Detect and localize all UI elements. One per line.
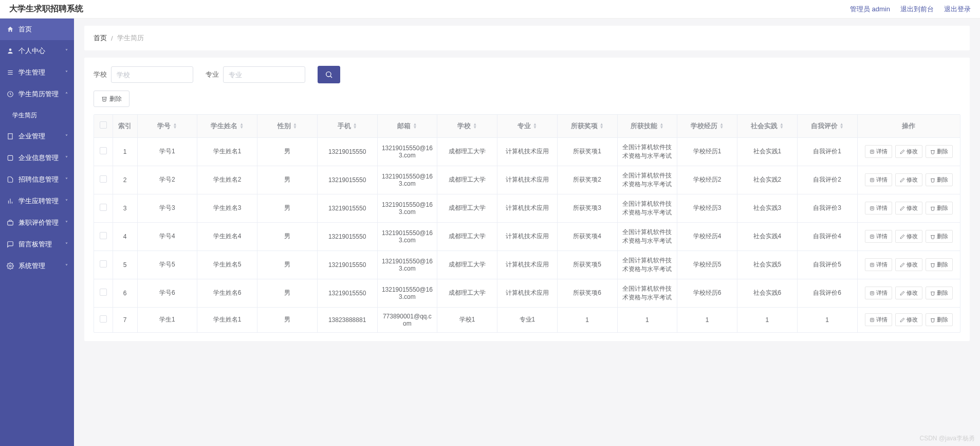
sidebar-item[interactable]: 首页 xyxy=(0,19,74,40)
logout-link[interactable]: 退出登录 xyxy=(944,5,971,14)
chevron-down-icon: ˅ xyxy=(65,199,68,204)
cell-name: 学生姓名2 xyxy=(197,166,257,194)
edit-button[interactable]: 修改 xyxy=(895,287,922,299)
column-header[interactable]: 专业▲▼ xyxy=(497,115,558,137)
sidebar-subitem[interactable]: 学生简历 xyxy=(0,105,74,126)
column-header[interactable]: 手机▲▼ xyxy=(317,115,377,137)
row-checkbox[interactable] xyxy=(100,260,107,267)
sort-icon[interactable]: ▲▼ xyxy=(293,123,297,129)
sort-icon[interactable]: ▲▼ xyxy=(239,123,244,129)
sort-icon[interactable]: ▲▼ xyxy=(719,123,724,129)
sidebar-item-label: 企业信息管理 xyxy=(19,153,65,163)
sort-icon[interactable]: ▲▼ xyxy=(533,123,537,129)
detail-button[interactable]: 详情 xyxy=(865,230,892,243)
column-header[interactable]: 自我评价▲▼ xyxy=(797,115,857,137)
column-header[interactable]: 学生姓名▲▼ xyxy=(197,115,257,137)
admin-link[interactable]: 管理员 admin xyxy=(850,5,890,14)
sort-icon[interactable]: ▲▼ xyxy=(413,123,417,129)
column-header[interactable]: 邮箱▲▼ xyxy=(377,115,437,137)
cell-phone: 13219015550 xyxy=(317,194,377,222)
svg-point-0 xyxy=(9,48,12,51)
delete-button[interactable]: 删除 xyxy=(926,145,953,158)
row-checkbox[interactable] xyxy=(100,147,107,154)
cell-award: 所获奖项1 xyxy=(557,137,617,166)
sidebar-item-label: 学生简历管理 xyxy=(19,90,65,99)
edit-button[interactable]: 修改 xyxy=(895,258,922,271)
chevron-down-icon: ˅ xyxy=(65,263,68,269)
sidebar-item[interactable]: 学生应聘管理˅ xyxy=(0,190,74,212)
column-header[interactable]: 学校▲▼ xyxy=(437,115,497,137)
table-body: 1 学号1 学生姓名1 男 13219015550 13219015550@16… xyxy=(94,137,960,332)
sidebar-item[interactable]: 企业信息管理˅ xyxy=(0,147,74,169)
row-checkbox[interactable] xyxy=(100,175,107,183)
detail-button[interactable]: 详情 xyxy=(865,287,892,299)
front-link[interactable]: 退出到前台 xyxy=(900,5,934,14)
detail-button[interactable]: 详情 xyxy=(865,202,892,215)
sidebar-item[interactable]: 系统管理˅ xyxy=(0,255,74,277)
sidebar-item[interactable]: 学生管理˅ xyxy=(0,62,74,83)
sort-icon[interactable]: ▲▼ xyxy=(840,123,844,129)
table-row: 3 学号3 学生姓名3 男 13219015550 13219015550@16… xyxy=(94,194,960,222)
sort-icon[interactable]: ▲▼ xyxy=(600,123,604,129)
detail-button[interactable]: 详情 xyxy=(865,313,892,326)
cell-eval: 自我评价6 xyxy=(797,279,857,307)
cell-idx: 2 xyxy=(113,166,137,194)
sort-icon[interactable]: ▲▼ xyxy=(173,123,177,129)
filter-bar: 学校 专业 xyxy=(84,66,970,91)
sort-icon[interactable]: ▲▼ xyxy=(659,123,663,129)
delete-button[interactable]: 删除 xyxy=(926,287,953,299)
column-header[interactable]: 社会实践▲▼ xyxy=(737,115,798,137)
edit-button[interactable]: 修改 xyxy=(895,173,922,186)
major-filter-input[interactable] xyxy=(223,66,305,83)
row-checkbox[interactable] xyxy=(100,232,107,239)
cell-gender: 男 xyxy=(257,137,318,166)
column-header[interactable]: 学号▲▼ xyxy=(137,115,197,137)
sidebar-item[interactable]: 学生简历管理˄ xyxy=(0,83,74,105)
column-header[interactable]: 性别▲▼ xyxy=(257,115,318,137)
sidebar-item-label: 个人中心 xyxy=(19,46,65,56)
sort-icon[interactable]: ▲▼ xyxy=(473,123,477,129)
sidebar-item[interactable]: 企业管理˅ xyxy=(0,126,74,147)
row-checkbox[interactable] xyxy=(100,289,107,296)
cell-edu: 1 xyxy=(677,307,737,332)
sidebar-item[interactable]: 个人中心˅ xyxy=(0,40,74,62)
sidebar-item[interactable]: 招聘信息管理˅ xyxy=(0,169,74,190)
detail-button[interactable]: 详情 xyxy=(865,145,892,158)
table-container: 索引学号▲▼学生姓名▲▼性别▲▼手机▲▼邮箱▲▼学校▲▼专业▲▼所获奖项▲▼所获… xyxy=(94,114,960,333)
svg-line-15 xyxy=(330,76,332,78)
sort-icon[interactable]: ▲▼ xyxy=(353,123,357,129)
cell-idx: 6 xyxy=(113,279,137,307)
column-header[interactable]: 所获奖项▲▼ xyxy=(557,115,617,137)
sort-icon[interactable]: ▲▼ xyxy=(780,123,784,129)
delete-button[interactable]: 删除 xyxy=(926,258,953,271)
select-all-header xyxy=(94,115,113,137)
edit-button[interactable]: 修改 xyxy=(895,230,922,243)
sidebar-item[interactable]: 兼职评价管理˅ xyxy=(0,212,74,234)
delete-button[interactable]: 删除 xyxy=(926,230,953,243)
search-button[interactable] xyxy=(318,66,340,83)
delete-button[interactable]: 删除 xyxy=(926,313,953,326)
delete-button[interactable]: 删除 xyxy=(926,173,953,186)
bulk-delete-button[interactable]: 删除 xyxy=(94,91,130,107)
cell-sid: 学号5 xyxy=(137,251,197,279)
column-header[interactable]: 所获技能▲▼ xyxy=(617,115,677,137)
cell-skill: 全国计算机软件技术资格与水平考试 xyxy=(617,251,677,279)
column-header[interactable]: 学校经历▲▼ xyxy=(677,115,737,137)
detail-button[interactable]: 详情 xyxy=(865,173,892,186)
svg-point-14 xyxy=(326,72,331,77)
edit-button[interactable]: 修改 xyxy=(895,202,922,215)
cell-name: 学生姓名1 xyxy=(197,137,257,166)
select-all-checkbox[interactable] xyxy=(100,121,107,129)
school-filter-label: 学校 xyxy=(94,70,107,79)
cell-practice: 社会实践4 xyxy=(737,222,798,251)
edit-button[interactable]: 修改 xyxy=(895,313,922,326)
row-checkbox[interactable] xyxy=(100,315,107,323)
edit-button[interactable]: 修改 xyxy=(895,145,922,158)
breadcrumb-home[interactable]: 首页 xyxy=(94,33,107,43)
delete-button[interactable]: 删除 xyxy=(926,202,953,215)
sidebar-item[interactable]: 留言板管理˅ xyxy=(0,234,74,255)
detail-button[interactable]: 详情 xyxy=(865,258,892,271)
school-filter-input[interactable] xyxy=(111,66,193,83)
row-checkbox[interactable] xyxy=(100,204,107,211)
cell-idx: 5 xyxy=(113,251,137,279)
